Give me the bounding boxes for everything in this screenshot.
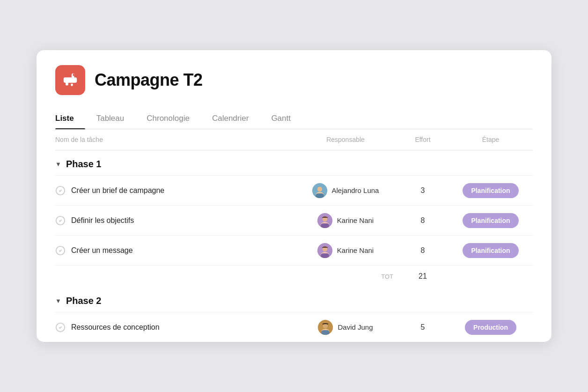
phase-1-label: Phase 1 <box>66 159 102 170</box>
stage-badge: Planification <box>463 183 518 198</box>
task-table: Nom de la tâche Responsable Effort Étape… <box>37 129 551 342</box>
task-name-cell: Créer un message <box>55 245 294 256</box>
avatar-karine2-img <box>317 243 332 258</box>
table-row: Créer un brief de campagne Alejandro Lun… <box>55 175 533 205</box>
assignee-name: Alejandro Luna <box>332 186 379 194</box>
avatar-alejandro-img <box>312 183 327 198</box>
effort-cell: 3 <box>397 186 448 195</box>
phase-1-total-row: TOT 21 <box>55 265 533 287</box>
col-header-effort: Effort <box>397 136 448 143</box>
svg-rect-5 <box>316 193 324 198</box>
assignee-name: Karine Nani <box>337 246 374 254</box>
assignee-name: Karine Nani <box>337 216 374 224</box>
project-name: Campagne T2 <box>95 70 203 90</box>
megaphone-icon <box>62 72 78 88</box>
phase-2-row[interactable]: ▼ Phase 2 <box>55 287 533 312</box>
task-name-cell: Créer un brief de campagne <box>55 185 294 196</box>
avatar <box>312 183 327 198</box>
task-name: Créer un brief de campagne <box>71 186 164 195</box>
avatar <box>317 213 332 228</box>
assignee-cell: David Jung <box>294 320 397 335</box>
total-label: TOT <box>294 273 397 280</box>
tab-calendrier[interactable]: Calendrier <box>201 108 260 129</box>
task-name: Créer un message <box>71 246 133 255</box>
project-title-row: Campagne T2 <box>55 65 533 95</box>
effort-cell: 8 <box>397 246 448 255</box>
stage-cell: Planification <box>448 213 533 228</box>
stage-badge: Planification <box>463 213 518 228</box>
task-name-cell: Ressources de conception <box>55 322 294 333</box>
total-value: 21 <box>397 272 448 281</box>
avatar <box>317 243 332 258</box>
header: Campagne T2 Liste Tableau Chronologie Ca… <box>37 50 551 129</box>
avatar-david-img <box>318 320 333 335</box>
tabs-nav: Liste Tableau Chronologie Calendrier Gan… <box>55 108 533 129</box>
stage-badge: Planification <box>463 243 518 258</box>
table-header: Nom de la tâche Responsable Effort Étape <box>55 129 533 150</box>
effort-cell: 5 <box>397 323 448 332</box>
check-icon <box>55 215 66 226</box>
svg-rect-11 <box>321 223 329 228</box>
task-name: Ressources de conception <box>71 323 160 332</box>
stage-cell: Planification <box>448 183 533 198</box>
phase-1-row[interactable]: ▼ Phase 1 <box>55 150 533 175</box>
effort-cell: 8 <box>397 216 448 225</box>
tab-chronologie[interactable]: Chronologie <box>135 108 201 129</box>
table-row: Créer un message Karine Nani 8 P <box>55 235 533 265</box>
tab-gantt[interactable]: Gantt <box>260 108 302 129</box>
assignee-cell: Alejandro Luna <box>294 183 397 198</box>
tab-tableau[interactable]: Tableau <box>85 108 136 129</box>
check-icon <box>55 322 66 333</box>
svg-point-4 <box>317 187 322 192</box>
assignee-cell: Karine Nani <box>294 213 397 228</box>
assignee-cell: Karine Nani <box>294 243 397 258</box>
stage-cell: Production <box>448 320 533 335</box>
stage-cell: Planification <box>448 243 533 258</box>
assignee-name: David Jung <box>338 323 373 331</box>
phase-2-label: Phase 2 <box>66 296 102 306</box>
task-name: Définir les objectifs <box>71 216 134 225</box>
col-header-assignee: Responsable <box>294 136 397 143</box>
col-header-stage: Étape <box>448 136 533 143</box>
table-row: Définir les objectifs Karine Nani 8 <box>55 205 533 235</box>
tab-liste[interactable]: Liste <box>55 108 85 129</box>
stage-badge: Production <box>465 320 516 335</box>
main-window: Campagne T2 Liste Tableau Chronologie Ca… <box>37 50 551 342</box>
check-icon <box>55 245 66 256</box>
check-icon <box>55 185 66 196</box>
svg-point-22 <box>323 324 328 328</box>
col-header-task-name: Nom de la tâche <box>55 136 294 143</box>
phase-2-chevron: ▼ <box>55 297 61 304</box>
svg-rect-17 <box>321 253 329 258</box>
avatar-karine-img <box>317 213 332 228</box>
svg-rect-23 <box>321 330 330 335</box>
table-row: Ressources de conception David Jung 5 <box>55 312 533 342</box>
task-name-cell: Définir les objectifs <box>55 215 294 226</box>
avatar <box>318 320 333 335</box>
phase-1-chevron: ▼ <box>55 161 61 168</box>
project-icon <box>55 65 85 95</box>
